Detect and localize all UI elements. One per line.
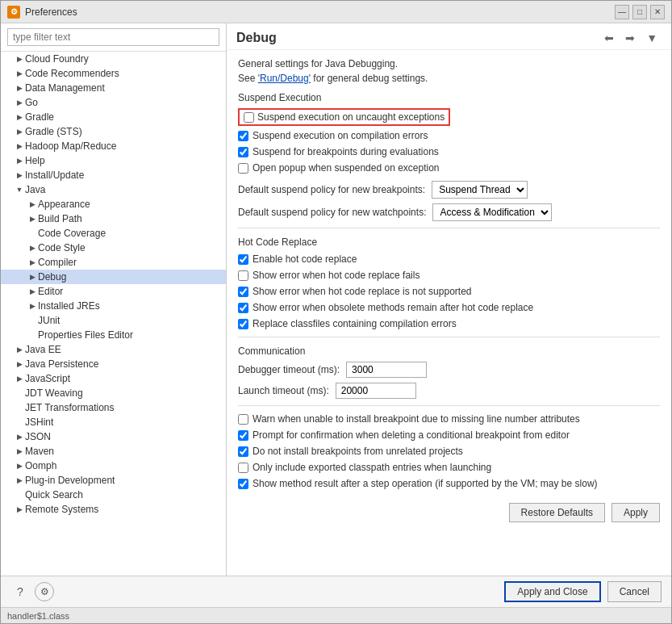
tree-label: Appearance: [38, 199, 90, 210]
checkbox-only-exported-label: Only include exported classpath entries …: [253, 462, 491, 473]
tree-item-install-update[interactable]: ▶ Install/Update: [1, 168, 226, 182]
nav-back-button[interactable]: ⬅: [600, 30, 618, 46]
run-debug-link[interactable]: 'Run/Debug': [258, 73, 311, 84]
tree-item-junit[interactable]: ▶ JUnit: [1, 313, 226, 328]
tree-item-data-management[interactable]: ▶ Data Management: [1, 81, 226, 95]
tree-item-gradle-sts[interactable]: ▶ Gradle (STS): [1, 124, 226, 139]
tree-item-jet-transformations[interactable]: ▶ JET Transformations: [1, 400, 226, 415]
tree-item-code-style[interactable]: ▶ Code Style: [1, 241, 226, 255]
tree-arrow: ▶: [14, 155, 25, 166]
title-buttons: — □ ✕: [615, 5, 665, 19]
tree-item-remote-systems[interactable]: ▶ Remote Systems: [1, 502, 226, 517]
tree-item-javascript[interactable]: ▶ JavaScript: [1, 371, 226, 386]
tree-label: Plug-in Development: [25, 475, 115, 486]
tree-item-go[interactable]: ▶ Go: [1, 95, 226, 110]
tree-label: Gradle (STS): [25, 126, 82, 137]
preferences-window: ⚙ Preferences — □ ✕ ▶ Cloud Foundry ▶: [0, 0, 672, 624]
tree-arrow: ▶: [14, 504, 25, 515]
checkbox-replace-classfiles[interactable]: [238, 319, 248, 329]
checkbox-popup[interactable]: [238, 163, 248, 174]
preferences-icon-button[interactable]: ⚙: [35, 582, 54, 601]
apply-button[interactable]: Apply: [611, 503, 660, 522]
launch-timeout-label: Launch timeout (ms):: [238, 385, 329, 396]
desc2: See 'Run/Debug' for general debug settin…: [238, 73, 660, 84]
tree-item-jdt-weaving[interactable]: ▶ JDT Weaving: [1, 386, 226, 400]
tree-item-code-coverage[interactable]: ▶ Code Coverage: [1, 226, 226, 241]
debugger-timeout-input[interactable]: [346, 362, 427, 378]
tree-arrow: ▶: [27, 242, 38, 253]
title-bar-left: ⚙ Preferences: [7, 6, 77, 19]
checkbox-only-exported[interactable]: [238, 463, 248, 473]
tree-label: Data Management: [25, 82, 105, 94]
tree-item-hadoop[interactable]: ▶ Hadoop Map/Reduce: [1, 139, 226, 153]
default-watchpoint-row: Default suspend policy for new watchpoin…: [238, 203, 660, 221]
tree-label: Install/Update: [25, 170, 84, 181]
checkbox-uncaught[interactable]: [244, 112, 254, 123]
tree-item-oomph[interactable]: ▶ Oomph: [1, 459, 226, 473]
search-input[interactable]: [7, 28, 219, 46]
tree-item-editor[interactable]: ▶ Editor: [1, 284, 226, 299]
tree-item-cloud-foundry[interactable]: ▶ Cloud Foundry: [1, 52, 226, 66]
tree-item-compiler[interactable]: ▶ Compiler: [1, 255, 226, 270]
checkbox-show-obsolete[interactable]: [238, 303, 248, 313]
checkbox-show-error-fail[interactable]: [238, 270, 248, 281]
tree-label: Installed JREs: [38, 300, 100, 312]
checkbox-show-method-result[interactable]: [238, 479, 248, 489]
tree-item-debug[interactable]: ▶ Debug: [1, 270, 226, 284]
checkbox-show-error-unsupported[interactable]: [238, 287, 248, 297]
tree-arrow: ▶: [27, 271, 38, 283]
help-icon-button[interactable]: ?: [10, 582, 30, 601]
nav-buttons: ⬅ ➡ ▼: [600, 30, 662, 46]
tree-label: Go: [25, 97, 38, 108]
tree-label: JSON: [25, 431, 51, 442]
checkbox-no-install-unrelated[interactable]: [238, 446, 248, 457]
checkbox-warn-breakpoint[interactable]: [238, 414, 248, 425]
tree-item-properties-files-editor[interactable]: ▶ Properties Files Editor: [1, 328, 226, 342]
tree-item-quick-search[interactable]: ▶ Quick Search: [1, 488, 226, 502]
nav-dropdown-button[interactable]: ▼: [642, 30, 662, 46]
maximize-button[interactable]: □: [632, 5, 647, 19]
launch-timeout-input[interactable]: [336, 383, 416, 399]
tree-item-help[interactable]: ▶ Help: [1, 153, 226, 168]
tree-arrow: ▶: [14, 82, 25, 94]
default-watchpoint-select[interactable]: Access & Modification Access Modificatio…: [432, 203, 552, 221]
tree-item-gradle[interactable]: ▶ Gradle: [1, 110, 226, 124]
tree-arrow: ▶: [14, 140, 25, 152]
checkbox-row-show-error-fail: Show error when hot code replace fails: [238, 269, 660, 282]
restore-defaults-button[interactable]: Restore Defaults: [509, 503, 605, 522]
cancel-button[interactable]: Cancel: [607, 581, 662, 602]
tree-label: Java EE: [25, 344, 61, 355]
tree-item-java-persistence[interactable]: ▶ Java Persistence: [1, 357, 226, 371]
checkbox-row-popup: Open popup when suspended on exception: [238, 161, 660, 174]
tree-arrow: ▶: [14, 358, 25, 370]
title-bar: ⚙ Preferences — □ ✕: [1, 1, 671, 23]
tree-item-appearance[interactable]: ▶ Appearance: [1, 197, 226, 211]
checkbox-enable-hot[interactable]: [238, 254, 248, 265]
tree-item-java-ee[interactable]: ▶ Java EE: [1, 342, 226, 357]
checkbox-compilation[interactable]: [238, 131, 248, 141]
tree-item-json[interactable]: ▶ JSON: [1, 429, 226, 444]
tree-item-jshint[interactable]: ▶ JSHint: [1, 415, 226, 429]
checkbox-row-compilation: Suspend execution on compilation errors: [238, 129, 660, 142]
checkbox-prompt-confirm[interactable]: [238, 430, 248, 441]
nav-forward-button[interactable]: ➡: [621, 30, 639, 46]
checkbox-row-no-install-unrelated: Do not install breakpoints from unrelate…: [238, 445, 660, 458]
tree-item-code-recommenders[interactable]: ▶ Code Recommenders: [1, 66, 226, 81]
tree-item-build-path[interactable]: ▶ Build Path: [1, 211, 226, 226]
default-breakpoint-label: Default suspend policy for new breakpoin…: [238, 184, 425, 195]
checkbox-warn-breakpoint-label: Warn when unable to install breakpoint d…: [253, 413, 580, 425]
tree-item-plugin-development[interactable]: ▶ Plug-in Development: [1, 473, 226, 488]
apply-close-button[interactable]: Apply and Close: [504, 581, 600, 602]
tree-arrow: ▶: [27, 286, 38, 297]
checkbox-row-show-obsolete: Show error when obsolete methods remain …: [238, 301, 660, 314]
tree-label: Code Recommenders: [25, 68, 119, 79]
checkbox-row-warn-breakpoint: Warn when unable to install breakpoint d…: [238, 413, 660, 425]
tree-item-maven[interactable]: ▶ Maven: [1, 444, 226, 459]
tree-item-java[interactable]: ▼ Java: [1, 182, 226, 197]
default-breakpoint-select[interactable]: Suspend Thread Suspend VM: [432, 181, 528, 199]
minimize-button[interactable]: —: [615, 5, 629, 19]
tree-label: Properties Files Editor: [38, 329, 133, 341]
close-button[interactable]: ✕: [650, 5, 665, 19]
tree-item-installed-jres[interactable]: ▶ Installed JREs: [1, 299, 226, 313]
checkbox-breakpoints[interactable]: [238, 147, 248, 157]
